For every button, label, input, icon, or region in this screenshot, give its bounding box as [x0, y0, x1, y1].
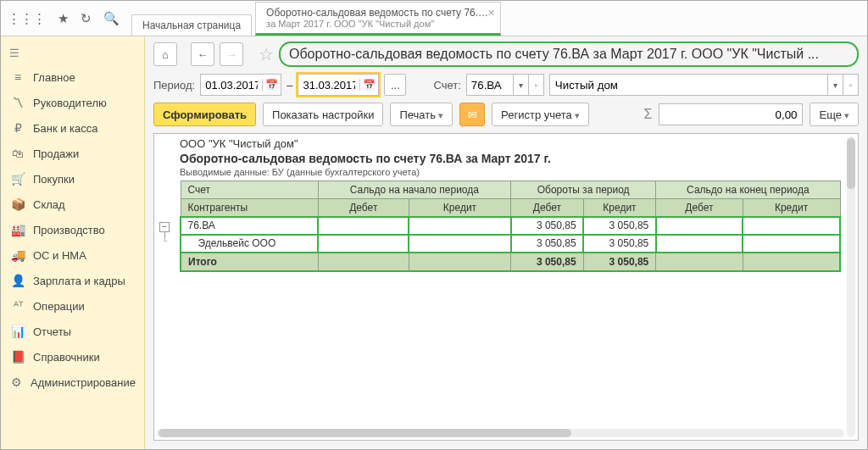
cell — [318, 217, 409, 235]
sidebar-item-manager[interactable]: 〽Руководителю — [1, 90, 144, 115]
cell: 3 050,85 — [583, 235, 656, 253]
menu-icon[interactable]: ☰ — [1, 42, 144, 64]
sidebar-item-label: Производство — [33, 224, 105, 236]
cell — [656, 253, 743, 271]
range-dash: – — [287, 79, 292, 92]
sidebar-item-label: Отчеты — [33, 325, 71, 338]
sidebar-item-bank[interactable]: ₽Банк и касса — [1, 115, 144, 141]
sidebar-item-label: Главное — [33, 71, 75, 84]
register-button[interactable]: Регистр учета — [492, 103, 589, 126]
col-contractors: Контрагенты — [181, 199, 318, 217]
cell — [318, 253, 409, 271]
cell-name: 76.ВА — [181, 217, 318, 235]
org-input[interactable] — [549, 74, 828, 96]
collapse-icon[interactable]: − — [159, 222, 170, 232]
forward-button[interactable]: → — [220, 42, 243, 66]
account-dropdown[interactable]: ▾ — [514, 74, 529, 96]
sidebar-item-purchases[interactable]: 🛒Покупки — [1, 166, 144, 192]
home-button[interactable]: ⌂ — [153, 42, 177, 66]
tab-sublabel: за Март 2017 г. ООО "УК "Чистый дом" — [266, 19, 490, 29]
col-debit: Дебет — [511, 199, 584, 217]
sidebar-item-label: Склад — [33, 198, 65, 211]
sidebar-item-operations[interactable]: ᴬᵀОперации — [1, 293, 144, 319]
table-row-total: Итого 3 050,85 3 050,85 — [181, 253, 840, 271]
close-icon[interactable]: ✕ — [487, 8, 495, 19]
apps-icon[interactable]: ⋮⋮⋮ — [8, 11, 46, 26]
email-button[interactable]: ✉ — [459, 103, 485, 126]
more-button[interactable]: Еще — [810, 103, 859, 126]
date-from-input[interactable] — [201, 79, 262, 92]
col-account: Счет — [181, 181, 318, 199]
calendar-icon[interactable]: 📅 — [262, 79, 281, 91]
sidebar-item-label: Продажи — [33, 147, 79, 160]
star-icon[interactable]: ★ — [58, 11, 69, 26]
col-turnover: Обороты за период — [511, 181, 656, 199]
date-to-input[interactable] — [298, 79, 359, 92]
sidebar-item-admin[interactable]: ⚙Администрирование — [1, 369, 144, 395]
sidebar-item-label: Покупки — [33, 173, 75, 186]
cell — [318, 235, 409, 253]
sidebar-item-reports[interactable]: 📊Отчеты — [1, 319, 144, 344]
col-debit: Дебет — [318, 199, 409, 217]
date-from-field[interactable]: 📅 — [200, 74, 281, 96]
scrollbar-horizontal[interactable] — [157, 429, 844, 437]
cell-name: Итого — [181, 253, 318, 271]
account-input[interactable] — [466, 74, 514, 96]
tab-label: Оборотно-сальдовая ведомость по счету 76… — [266, 7, 490, 19]
table-row[interactable]: Эдельвейс ООО 3 050,85 3 050,85 — [181, 235, 840, 253]
cell — [656, 235, 743, 253]
search-icon[interactable]: 🔍 — [103, 11, 120, 26]
show-settings-button[interactable]: Показать настройки — [263, 103, 383, 126]
print-button[interactable]: Печать — [390, 103, 453, 126]
col-startbal: Сальдо на начало периода — [318, 181, 510, 199]
scrollbar-vertical[interactable] — [847, 136, 855, 437]
sidebar-item-sales[interactable]: 🛍Продажи — [1, 141, 144, 166]
run-button[interactable]: Сформировать — [153, 103, 256, 126]
cell-name: Эдельвейс ООО — [181, 235, 318, 253]
favorite-icon[interactable]: ☆ — [259, 44, 274, 64]
cell — [743, 235, 840, 253]
back-button[interactable]: ← — [191, 42, 214, 66]
tab-label: Начальная страница — [142, 19, 241, 31]
factory-icon: 🏭 — [11, 223, 25, 236]
table-row[interactable]: 76.ВА 3 050,85 3 050,85 — [181, 217, 840, 235]
home-icon: ≡ — [11, 70, 25, 84]
history-icon[interactable]: ↻ — [81, 11, 92, 26]
sidebar-item-assets[interactable]: 🚚ОС и НМА — [1, 242, 144, 268]
cell: 3 050,85 — [511, 217, 584, 235]
cell — [409, 253, 510, 271]
report-area: − └ ООО "УК "Чистый дом" Оборотно-сальдо… — [153, 133, 859, 441]
cell — [743, 217, 840, 235]
tab-home[interactable]: Начальная страница — [131, 14, 252, 36]
report-org: ООО "УК "Чистый дом" — [180, 137, 841, 150]
ops-icon: ᴬᵀ — [11, 299, 25, 313]
tab-report[interactable]: Оборотно-сальдовая ведомость по счету 76… — [255, 2, 501, 36]
sidebar-item-label: Операции — [33, 300, 85, 313]
org-dropdown[interactable]: ▾ — [828, 74, 843, 96]
barchart-icon: 📊 — [11, 325, 25, 338]
truck-icon: 🚚 — [11, 248, 25, 262]
calendar-icon[interactable]: 📅 — [359, 79, 378, 91]
date-to-field[interactable]: 📅 — [298, 74, 379, 96]
period-picker-button[interactable]: ... — [384, 74, 406, 96]
sigma-icon: Σ — [644, 107, 653, 122]
sidebar-item-main[interactable]: ≡Главное — [1, 64, 144, 90]
sidebar-item-label: Руководителю — [33, 97, 107, 109]
account-open[interactable]: ▫ — [529, 74, 544, 96]
chart-icon: 〽 — [11, 96, 25, 109]
sidebar-item-payroll[interactable]: 👤Зарплата и кадры — [1, 268, 144, 293]
sidebar-item-stock[interactable]: 📦Склад — [1, 192, 144, 217]
report-note: Выводимые данные: БУ (данные бухгалтерск… — [180, 167, 841, 177]
sidebar-item-label: Справочники — [33, 351, 100, 364]
sidebar-item-production[interactable]: 🏭Производство — [1, 217, 144, 242]
sidebar-item-catalogs[interactable]: 📕Справочники — [1, 344, 144, 369]
cell — [409, 217, 510, 235]
col-credit: Кредит — [743, 199, 840, 217]
sum-input[interactable] — [659, 103, 803, 125]
page-title-wrap: Оборотно-сальдовая ведомость по счету 76… — [279, 42, 859, 67]
person-icon: 👤 — [11, 274, 25, 287]
book-icon: 📕 — [11, 350, 25, 364]
org-open[interactable]: ▫ — [843, 74, 859, 96]
period-label: Период: — [153, 79, 195, 92]
cell: 3 050,85 — [511, 235, 584, 253]
